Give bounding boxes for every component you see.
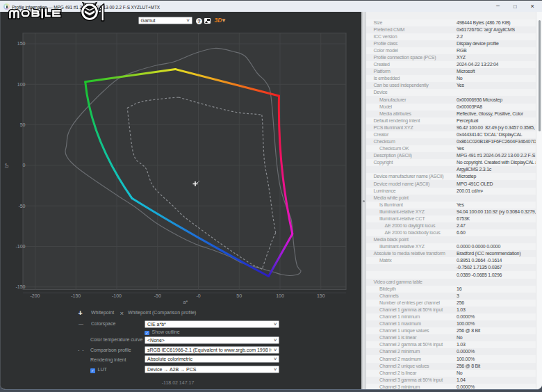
svg-text:50: 50 <box>20 122 26 127</box>
svg-text:-100: -100 <box>112 293 122 298</box>
svg-text:-0: -0 <box>196 293 200 298</box>
svg-text:b*: b* <box>4 163 9 168</box>
svg-text:50: 50 <box>236 293 242 298</box>
svg-text:150: 150 <box>17 41 26 46</box>
svg-text:-150: -150 <box>15 284 25 289</box>
svg-text:a*: a* <box>183 300 188 304</box>
svg-text:0: 0 <box>23 163 26 168</box>
svg-text:-50: -50 <box>154 293 161 298</box>
svg-text:-100: -100 <box>15 244 25 249</box>
svg-text:-150: -150 <box>71 293 81 298</box>
svg-text:150: 150 <box>317 293 325 298</box>
svg-text:100: 100 <box>17 82 26 87</box>
svg-text:-50: -50 <box>18 204 25 209</box>
svg-text:100: 100 <box>276 293 284 298</box>
svg-text:-200: -200 <box>30 293 40 298</box>
